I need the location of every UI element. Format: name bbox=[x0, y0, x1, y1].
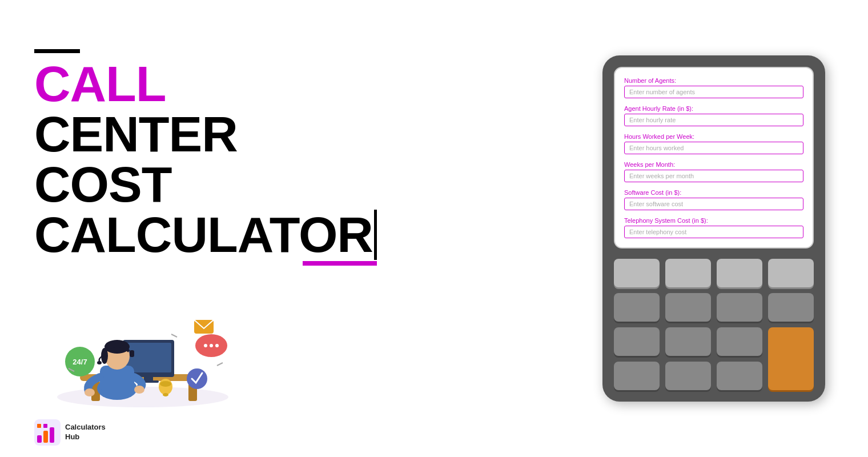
call-center-illustration: 24/7 bbox=[34, 277, 251, 408]
weeks-per-month-input[interactable] bbox=[624, 170, 803, 182]
calculator-widget: Number of Agents:Agent Hourly Rate (in $… bbox=[602, 55, 825, 402]
svg-rect-34 bbox=[37, 435, 42, 443]
calc-button-13[interactable] bbox=[665, 362, 711, 390]
title-center-cost: CENTER COST bbox=[34, 109, 377, 210]
calc-button-1[interactable] bbox=[665, 259, 711, 287]
software-cost-input[interactable] bbox=[624, 198, 803, 210]
calc-label-5: Telephony System Cost (in $): bbox=[624, 217, 803, 224]
svg-point-25 bbox=[187, 368, 207, 389]
calc-button-6[interactable] bbox=[717, 293, 762, 322]
calculator-screen: Number of Agents:Agent Hourly Rate (in $… bbox=[614, 67, 814, 248]
svg-rect-35 bbox=[43, 431, 48, 443]
calc-button-10[interactable] bbox=[717, 327, 762, 356]
svg-rect-27 bbox=[163, 386, 168, 394]
svg-point-29 bbox=[163, 393, 168, 396]
calc-button-4[interactable] bbox=[614, 293, 660, 322]
svg-point-10 bbox=[85, 388, 95, 396]
calc-button-11[interactable] bbox=[768, 327, 814, 390]
calc-button-9[interactable] bbox=[665, 327, 711, 356]
svg-point-17 bbox=[97, 361, 102, 364]
calc-button-12[interactable] bbox=[614, 362, 660, 390]
calc-button-7[interactable] bbox=[768, 293, 814, 322]
illustration-area: 24/7 bbox=[34, 277, 377, 408]
calc-label-1: Agent Hourly Rate (in $): bbox=[624, 105, 803, 112]
calc-label-0: Number of Agents: bbox=[624, 77, 803, 84]
logo-text: Calculators Hub bbox=[65, 423, 106, 442]
logo-icon bbox=[34, 419, 61, 446]
left-section: CALL CENTER COST CALCULATOR bbox=[34, 49, 377, 408]
calc-button-14[interactable] bbox=[717, 362, 762, 390]
calc-field-3: Weeks per Month: bbox=[624, 161, 803, 182]
calc-label-2: Hours Worked per Week: bbox=[624, 133, 803, 140]
number-of-agents-input[interactable] bbox=[624, 86, 803, 98]
agent-hourly-rate-input[interactable] bbox=[624, 114, 803, 126]
calc-button-5[interactable] bbox=[665, 293, 711, 322]
top-bar-decoration bbox=[34, 49, 80, 53]
svg-rect-15 bbox=[103, 350, 107, 357]
svg-point-28 bbox=[160, 381, 171, 387]
svg-rect-36 bbox=[50, 427, 54, 443]
calc-button-0[interactable] bbox=[614, 259, 660, 287]
calc-button-8[interactable] bbox=[614, 327, 660, 356]
hours-worked-input[interactable] bbox=[624, 142, 803, 154]
svg-line-32 bbox=[217, 363, 223, 366]
svg-point-23 bbox=[210, 344, 213, 347]
calc-field-1: Agent Hourly Rate (in $): bbox=[624, 105, 803, 126]
calc-field-4: Software Cost (in $): bbox=[624, 189, 803, 210]
svg-rect-16 bbox=[130, 350, 134, 357]
svg-point-24 bbox=[215, 344, 219, 347]
calc-label-4: Software Cost (in $): bbox=[624, 189, 803, 196]
title-call: CALL bbox=[34, 59, 377, 109]
calc-field-0: Number of Agents: bbox=[624, 77, 803, 98]
calc-label-3: Weeks per Month: bbox=[624, 161, 803, 168]
svg-text:24/7: 24/7 bbox=[73, 358, 87, 366]
calc-button-3[interactable] bbox=[768, 259, 814, 287]
telephony-cost-input[interactable] bbox=[624, 226, 803, 238]
right-section: Number of Agents:Agent Hourly Rate (in $… bbox=[594, 55, 834, 402]
calc-field-5: Telephony System Cost (in $): bbox=[624, 217, 803, 238]
svg-point-22 bbox=[204, 344, 207, 347]
title-calculator: CALCULATOR bbox=[34, 210, 377, 260]
calc-field-2: Hours Worked per Week: bbox=[624, 133, 803, 154]
calculator-buttons bbox=[614, 259, 814, 390]
logo-area: Calculators Hub bbox=[34, 419, 106, 446]
svg-line-30 bbox=[171, 334, 177, 337]
svg-rect-37 bbox=[37, 424, 41, 428]
calc-button-2[interactable] bbox=[717, 259, 762, 287]
svg-point-11 bbox=[134, 386, 144, 394]
svg-rect-38 bbox=[43, 424, 47, 428]
